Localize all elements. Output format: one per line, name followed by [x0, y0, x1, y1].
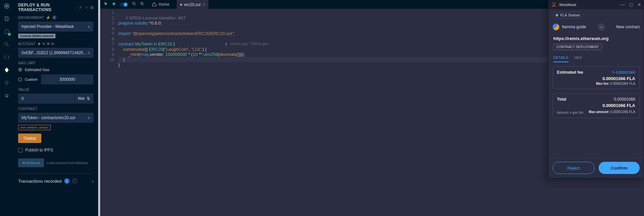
- deploy-icon[interactable]: [3, 67, 10, 73]
- window-maximize-icon[interactable]: ▢: [629, 2, 633, 7]
- svg-point-5: [5, 42, 8, 45]
- window-minimize-icon[interactable]: —: [620, 2, 625, 7]
- at-address-input[interactable]: Load contract from Address: [47, 158, 93, 167]
- files-icon[interactable]: [3, 15, 10, 22]
- deploy-panel: DEPLOY & RUN TRANSACTIONS ✓ › ⧉ ENVIRONM…: [13, 0, 98, 216]
- chevron-updown-icon: ⇅: [87, 116, 90, 120]
- environment-select[interactable]: Injected Provider - MetaMask ⇅: [18, 22, 93, 32]
- fee-card: Estimated fee ✎ 0.00001066 0.00001066 FL…: [553, 66, 640, 89]
- evm-version-pill: evm version: cancun: [18, 125, 51, 130]
- edit-fee-icon[interactable]: ✎ 0.00001066: [612, 70, 635, 75]
- transactions-recorded-row[interactable]: Transactions recorded 1 i ›: [18, 178, 93, 184]
- account-select[interactable]: 0xEBF...31B22 (1.9999945714925 etl ⇅: [18, 48, 93, 58]
- network-dot-icon: [556, 14, 558, 16]
- tx-count-badge: 1: [64, 178, 70, 184]
- total-card: Total 0.00001066 0.00001066 FLA Amount +…: [553, 93, 640, 118]
- svg-point-12: [7, 94, 9, 96]
- action-label: New contract: [616, 25, 640, 29]
- svg-point-7: [5, 81, 8, 84]
- gas-estimated-row[interactable]: Estimated Gas: [18, 68, 93, 72]
- account-name: flamma guide: [562, 25, 586, 29]
- deploy-button[interactable]: Deploy: [18, 134, 41, 143]
- network-pill: Custom (6550) network: [18, 34, 55, 38]
- value-input[interactable]: 0: [18, 94, 74, 104]
- svg-line-9: [5, 82, 5, 82]
- network-chip[interactable]: FLA Testnet: [552, 12, 583, 19]
- at-address-button[interactable]: At Address: [18, 158, 44, 167]
- line-gutter: 12345678910: [100, 10, 118, 78]
- zoom-in-icon[interactable]: [140, 1, 145, 7]
- account-avatar-icon: [553, 24, 559, 30]
- svg-point-15: [113, 4, 114, 4]
- metamask-fox-icon: [551, 2, 557, 7]
- activity-bar: [0, 0, 13, 216]
- debug-icon[interactable]: [3, 79, 10, 86]
- metamask-title: MetaMask: [559, 3, 618, 7]
- radio-checked-icon[interactable]: [18, 68, 22, 72]
- confirm-button[interactable]: Confirm: [599, 162, 640, 174]
- value-label: VALUE: [18, 88, 93, 92]
- origin-url: https://remix.ethereum.org: [553, 36, 639, 41]
- svg-point-1: [6, 5, 8, 7]
- file-tab-active[interactable]: erc20.sol ×: [177, 0, 208, 9]
- plug-icon[interactable]: ⚡: [46, 16, 50, 20]
- edit-account-icon[interactable]: ✎: [42, 42, 45, 46]
- radio-icon[interactable]: [18, 77, 22, 81]
- window-close-icon[interactable]: ✕: [638, 2, 641, 7]
- svg-point-16: [114, 4, 115, 4]
- gas-custom-input[interactable]: 3000000: [41, 74, 93, 84]
- chevron-right-icon[interactable]: ›: [86, 5, 87, 10]
- plugins-icon[interactable]: [3, 92, 10, 99]
- gas-estimate-hint: infinite gas 733800 gas: [225, 41, 268, 47]
- info-icon[interactable]: i: [52, 15, 56, 20]
- check-icon[interactable]: ✓: [79, 5, 82, 10]
- panel-tools: ✓ › ⧉: [79, 5, 93, 10]
- arrow-right-icon[interactable]: →: [598, 23, 605, 31]
- home-tab[interactable]: Home: [149, 2, 173, 7]
- gas-limit-label: GAS LIMIT: [18, 61, 93, 65]
- svg-rect-14: [113, 3, 115, 5]
- solidity-file-icon: [180, 3, 183, 6]
- search-icon[interactable]: [3, 41, 10, 48]
- svg-line-10: [8, 82, 9, 82]
- gas-custom-row[interactable]: Custom: [18, 77, 38, 81]
- run-icon[interactable]: [104, 1, 108, 7]
- environment-label: ENVIRONMENT ⚡ i: [18, 15, 93, 20]
- account-label: ACCOUNT ✚ ✎ ⧉ ⟳: [18, 42, 93, 46]
- checkbox-icon[interactable]: [18, 148, 23, 152]
- chevron-right-icon[interactable]: ›: [92, 179, 93, 184]
- metamask-popup: MetaMask — ▢ ✕ FLA Testnet flamma guide …: [548, 0, 644, 178]
- tab-details[interactable]: DETAILS: [553, 56, 568, 62]
- toggle-switch[interactable]: [120, 2, 128, 7]
- robot-icon[interactable]: [112, 1, 116, 7]
- info-icon[interactable]: i: [72, 179, 77, 183]
- copy-icon[interactable]: ⧉: [90, 5, 93, 10]
- copy-account-icon[interactable]: ⧉: [47, 42, 49, 46]
- contract-select[interactable]: MyToken - contracts/erc20.sol ⇅: [18, 113, 93, 123]
- metamask-titlebar: MetaMask — ▢ ✕: [549, 0, 644, 9]
- chevron-updown-icon: ⇅: [87, 51, 90, 55]
- svg-line-6: [7, 45, 9, 46]
- logo-icon[interactable]: [3, 3, 10, 9]
- publish-ipfs-row[interactable]: Publish to IPFS: [18, 148, 93, 152]
- svg-point-11: [5, 94, 7, 96]
- svg-rect-26: [226, 43, 227, 43]
- metamask-tabs: DETAILS HEX: [549, 51, 644, 62]
- operation-tag: CONTRACT DEPLOYMENT: [553, 44, 602, 50]
- tab-hex[interactable]: HEX: [574, 56, 582, 62]
- panel-title: DEPLOY & RUN TRANSACTIONS: [18, 3, 79, 12]
- svg-rect-25: [225, 43, 227, 45]
- plus-account-icon[interactable]: ✚: [38, 42, 40, 46]
- svg-line-24: [143, 4, 144, 5]
- value-unit-select[interactable]: Wei ⇅: [74, 94, 93, 104]
- close-tab-icon[interactable]: ×: [203, 2, 205, 7]
- zoom-out-icon[interactable]: [132, 1, 136, 7]
- compile-status-icon[interactable]: [3, 28, 10, 35]
- svg-rect-13: [5, 96, 8, 98]
- refresh-account-icon[interactable]: ⟳: [51, 42, 54, 46]
- chevron-updown-icon: ⇅: [87, 96, 90, 101]
- reject-button[interactable]: Reject: [553, 162, 595, 174]
- contract-label: CONTRACT: [18, 107, 93, 111]
- compiler-icon[interactable]: [3, 54, 10, 61]
- svg-line-20: [135, 4, 136, 5]
